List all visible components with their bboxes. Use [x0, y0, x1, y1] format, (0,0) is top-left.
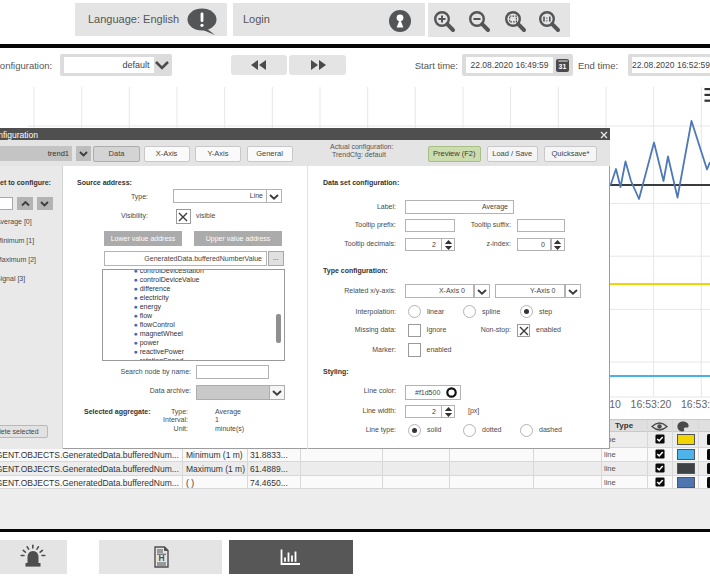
svg-text:H: H: [158, 553, 164, 563]
